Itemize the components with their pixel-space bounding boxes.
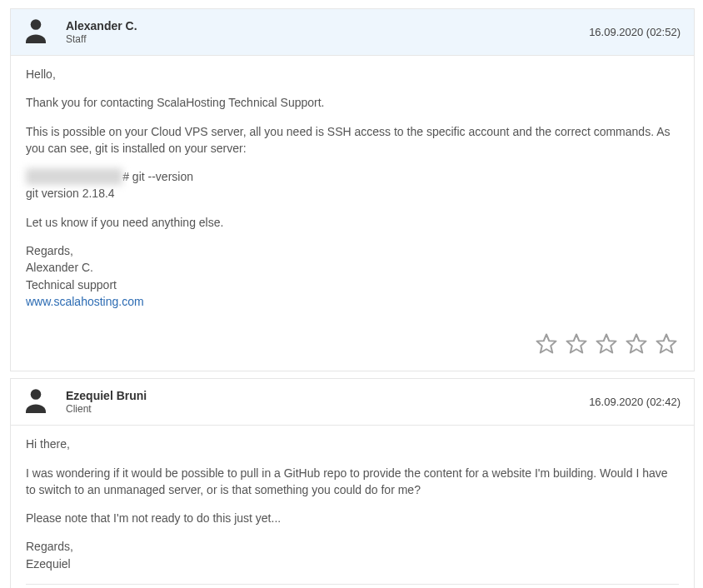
signature-name: Ezequiel: [26, 556, 679, 572]
author-role: Staff: [66, 33, 589, 45]
star-icon[interactable]: [594, 331, 619, 359]
signature-regards: Regards,: [26, 538, 679, 555]
greeting: Hello,: [26, 66, 679, 82]
body-line: This is possible on your Cloud VPS serve…: [26, 123, 679, 157]
star-icon[interactable]: [534, 331, 559, 359]
timestamp: 16.09.2020 (02:52): [589, 26, 681, 38]
separator: [26, 584, 679, 585]
author-name: Ezequiel Bruni: [66, 389, 589, 403]
star-icon[interactable]: [564, 331, 589, 359]
timestamp: 16.09.2020 (02:42): [589, 396, 681, 408]
svg-marker-2: [567, 335, 586, 353]
body-line: Thank you for contacting ScalaHosting Te…: [26, 94, 679, 111]
message-body: Hello, Thank you for contacting ScalaHos…: [11, 56, 694, 325]
svg-marker-5: [657, 335, 676, 353]
body-line: I was wondering if it would be possible …: [26, 465, 679, 499]
svg-marker-1: [537, 335, 556, 353]
body-line: Please note that I'm not ready to do thi…: [26, 510, 679, 526]
message-staff: Alexander C. Staff 16.09.2020 (02:52) He…: [10, 8, 695, 371]
signature-title: Technical support: [26, 277, 679, 293]
author-role: Client: [66, 403, 589, 415]
star-icon[interactable]: [624, 331, 649, 359]
message-header: Alexander C. Staff 16.09.2020 (02:52): [11, 9, 694, 56]
signature-name: Alexander C.: [26, 259, 679, 276]
svg-point-0: [31, 19, 42, 30]
svg-marker-3: [597, 335, 616, 353]
rating-stars: [11, 325, 694, 371]
svg-point-6: [31, 389, 42, 400]
greeting: Hi there,: [26, 436, 679, 452]
avatar-icon: [21, 386, 51, 418]
avatar-icon: [21, 16, 51, 48]
body-line: Let us know if you need anything else.: [26, 214, 679, 231]
code-line: [root@cloud ~~~~]# git --version: [26, 168, 679, 185]
svg-marker-4: [627, 335, 646, 353]
signature-regards: Regards,: [26, 242, 679, 259]
message-client: Ezequiel Bruni Client 16.09.2020 (02:42)…: [10, 378, 695, 588]
signature-link[interactable]: www.scalahosting.com: [26, 295, 144, 308]
code-output: git version 2.18.4: [26, 185, 679, 202]
message-header: Ezequiel Bruni Client 16.09.2020 (02:42): [11, 379, 694, 426]
redacted-hostname: [root@cloud ~~~~]: [26, 168, 122, 185]
star-icon[interactable]: [654, 331, 679, 359]
message-body: Hi there, I was wondering if it would be…: [11, 426, 694, 588]
author-name: Alexander C.: [66, 19, 589, 33]
command-text: # git --version: [122, 170, 193, 183]
